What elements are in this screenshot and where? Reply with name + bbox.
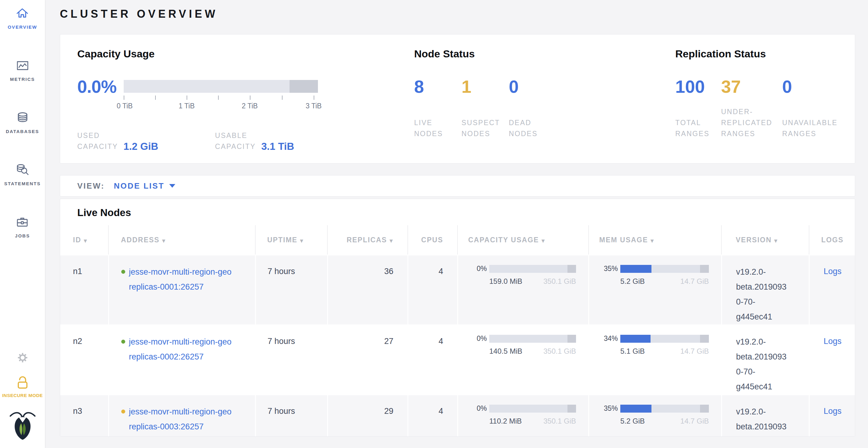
view-dropdown[interactable]: NODE LIST	[114, 181, 176, 191]
node-address-link[interactable]: jesse-movr-multi-region-georeplicas-0001…	[129, 265, 231, 295]
column-header-address[interactable]: ADDRESS▼	[108, 225, 255, 254]
insecure-mode-badge: INSECURE MODE	[2, 393, 43, 398]
usable-capacity-value: 3.1 TiB	[261, 141, 294, 152]
axis-tick-label: 1 TiB	[179, 102, 194, 110]
view-label: VIEW:	[77, 181, 105, 191]
node-version-cell: v19.2.0-beta.20190930-70-g445ec41	[721, 254, 809, 324]
total-ranges-count: 100	[675, 80, 721, 93]
page-title: CLUSTER OVERVIEW	[60, 7, 855, 21]
logs-link[interactable]: Logs	[824, 267, 842, 276]
node-version-cell: v19.2.0-beta.20190930-70-g445ec41	[721, 324, 809, 394]
column-header-replicas[interactable]: REPLICAS▼	[327, 225, 407, 254]
node-id-cell: n3	[60, 394, 108, 437]
column-header-uptime[interactable]: UPTIME▼	[255, 225, 327, 254]
node-uptime-cell: 7 hours	[255, 394, 327, 437]
node-logs-cell: Logs	[809, 394, 855, 437]
node-address-cell: jesse-movr-multi-region-georeplicas-0002…	[108, 324, 255, 394]
node-status-section: Node Status 8 LIVE NODES 1 SUSPECT NODES	[414, 34, 675, 163]
unavailable-ranges-count: 0	[782, 80, 837, 93]
column-header-id[interactable]: ID▼	[60, 225, 108, 254]
node-mem-cell: 35% 5.2 GiB14.7 GiB	[588, 254, 721, 324]
capacity-gauge-reserved-segment	[289, 80, 318, 93]
suspect-nodes-count: 1	[462, 80, 509, 93]
live-nodes-table: ID▼ ADDRESS▼ UPTIME▼ REPLICAS▼ CPUS CAPA…	[60, 225, 855, 437]
capacity-usage-bar	[489, 335, 576, 343]
used-capacity-label: USED	[77, 130, 118, 141]
mem-usage-bar	[620, 335, 709, 343]
sidebar-item-label: JOBS	[15, 233, 30, 238]
node-status-dot	[121, 270, 125, 274]
table-row: n1 jesse-movr-multi-region-georeplicas-0…	[60, 254, 855, 324]
node-address-link[interactable]: jesse-movr-multi-region-georeplicas-0002…	[129, 335, 231, 365]
node-logs-cell: Logs	[809, 324, 855, 394]
column-header-version[interactable]: VERSION▼	[721, 225, 809, 254]
capacity-usage-section: Capacity Usage 0.0%	[77, 34, 414, 163]
sidebar-item-jobs[interactable]: JOBS	[15, 215, 30, 238]
node-mem-cell: 35% 5.2 GiB14.7 GiB	[588, 394, 721, 437]
node-uptime-cell: 7 hours	[255, 324, 327, 394]
node-status-title: Node Status	[414, 48, 675, 60]
replication-status-title: Replication Status	[675, 48, 855, 60]
column-header-mem-usage[interactable]: MEM USAGE▼	[588, 225, 721, 254]
total-ranges-stat: 100 TOTAL RANGES	[675, 80, 721, 139]
node-logs-cell: Logs	[809, 254, 855, 324]
unlock-icon	[15, 374, 31, 390]
sort-icon: ▼	[300, 238, 304, 243]
replication-status-section: Replication Status 100 TOTAL RANGES 37 U…	[675, 34, 855, 163]
axis-tick-label: 3 TiB	[306, 102, 321, 110]
view-dropdown-value: NODE LIST	[114, 181, 165, 191]
node-replicas-cell: 27	[327, 324, 407, 394]
home-icon	[15, 6, 30, 21]
dead-nodes-count: 0	[509, 80, 556, 93]
live-nodes-stat: 8 LIVE NODES	[414, 80, 462, 139]
node-mem-cell: 34% 5.1 GiB14.7 GiB	[588, 324, 721, 394]
statements-icon	[15, 163, 30, 177]
node-cpus-cell: 4	[407, 394, 457, 437]
sort-icon: ▼	[541, 238, 546, 243]
logs-link[interactable]: Logs	[824, 407, 842, 416]
used-capacity-value: 1.2 GiB	[123, 141, 158, 152]
node-replicas-cell: 36	[327, 254, 407, 324]
gear-icon[interactable]	[16, 351, 30, 365]
sidebar-item-label: OVERVIEW	[8, 25, 37, 30]
node-capacity-cell: 0% 140.5 MiB350.1 GiB	[457, 324, 588, 394]
under-replicated-ranges-count: 37	[721, 80, 782, 93]
sidebar-item-label: STATEMENTS	[4, 181, 41, 186]
node-replicas-cell: 29	[327, 394, 407, 437]
view-selector-bar: VIEW: NODE LIST	[60, 175, 855, 197]
usable-capacity-label: USABLE	[215, 130, 256, 141]
table-row: n2 jesse-movr-multi-region-georeplicas-0…	[60, 324, 855, 394]
node-address-link[interactable]: jesse-movr-multi-region-georeplicas-0003…	[129, 404, 231, 434]
sidebar-item-statements[interactable]: STATEMENTS	[4, 163, 41, 186]
node-status-dot	[121, 410, 125, 414]
main-content: CLUSTER OVERVIEW Capacity Usage 0.0%	[45, 0, 868, 448]
under-replicated-ranges-stat: 37 UNDER- REPLICATED RANGES	[721, 80, 782, 139]
node-capacity-cell: 0% 110.2 MiB350.1 GiB	[457, 394, 588, 437]
sidebar-item-label: DATABASES	[6, 129, 39, 134]
table-header-row: ID▼ ADDRESS▼ UPTIME▼ REPLICAS▼ CPUS CAPA…	[60, 225, 855, 254]
sort-icon: ▼	[651, 238, 654, 243]
chevron-down-icon	[169, 184, 175, 188]
column-header-capacity-usage[interactable]: CAPACITY USAGE▼	[457, 225, 588, 254]
sidebar-item-databases[interactable]: DATABASES	[6, 110, 39, 134]
sidebar-item-metrics[interactable]: METRICS	[10, 58, 35, 82]
axis-tick-label: 2 TiB	[242, 102, 258, 110]
dead-nodes-stat: 0 DEAD NODES	[509, 80, 556, 139]
mem-usage-bar	[620, 265, 709, 273]
node-cpus-cell: 4	[407, 254, 457, 324]
unavailable-ranges-stat: 0 UNAVAILABLE RANGES	[782, 80, 837, 139]
sort-icon: ▼	[162, 238, 166, 243]
suspect-nodes-stat: 1 SUSPECT NODES	[462, 80, 509, 139]
node-cpus-cell: 4	[407, 324, 457, 394]
logs-link[interactable]: Logs	[824, 337, 842, 346]
sidebar: OVERVIEW METRICS DATABASES STATEMENTS	[0, 0, 45, 448]
node-id-cell: n1	[60, 254, 108, 324]
sidebar-item-overview[interactable]: OVERVIEW	[8, 6, 37, 30]
databases-icon	[15, 110, 30, 125]
node-id-cell: n2	[60, 324, 108, 394]
capacity-gauge: 0 TiB 1 TiB 2 TiB 3 TiB	[124, 80, 318, 110]
capacity-gauge-track	[124, 80, 318, 93]
column-header-cpus: CPUS	[407, 225, 457, 254]
live-nodes-count: 8	[414, 80, 462, 93]
node-address-cell: jesse-movr-multi-region-georeplicas-0003…	[108, 394, 255, 437]
